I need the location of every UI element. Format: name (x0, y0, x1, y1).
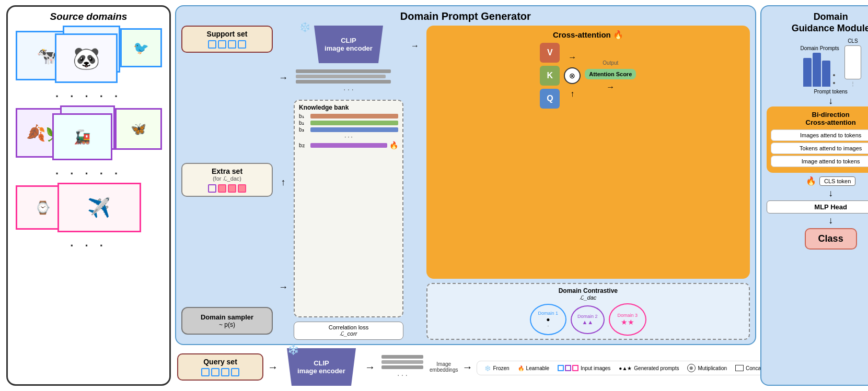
extra-set-squares (187, 184, 268, 193)
legend-input-images: Input images (558, 365, 610, 371)
dp-dot1 (833, 74, 835, 76)
attention-score-box: Attention Score (585, 69, 636, 79)
prompt-tokens-label: Prompt tokens (814, 89, 847, 94)
esq4 (238, 184, 246, 193)
correlation-loss-sublabel: ℒ_corr (297, 330, 400, 337)
multiply-circle: ⊗ (564, 67, 581, 84)
kb-label3: b₃ (299, 127, 308, 133)
center-encoders-col: ❄️ CLIP image encoder · · · K (294, 26, 403, 340)
domain2-triangle: ▲▲ (582, 319, 593, 325)
arrow-q: ↑ (570, 89, 574, 99)
dots1: · · · · · (55, 90, 122, 103)
domain2-circle: Domain 2 ▲▲ (571, 305, 605, 334)
kb-rowZ: bᴢ 🔥 (299, 141, 398, 149)
cls-col: CLS ⋮ (844, 38, 861, 87)
emb-b-line3 (381, 365, 423, 369)
dp-dot2 (833, 82, 835, 84)
esq3 (228, 184, 236, 193)
domain3-stars: ★★ (621, 318, 634, 326)
clip-encoder-top: CLIP image encoder (309, 26, 388, 63)
sq3 (228, 40, 236, 49)
emb-b-dots: · · · (381, 371, 423, 379)
multiplication-label: Mutiplication (698, 365, 727, 371)
dpg-content-row: Support set Extra set (for ℒ_dac) (181, 26, 750, 340)
support-set-box: Support set (181, 26, 273, 53)
mult-icon-legend: ⊗ (687, 364, 696, 372)
domain-prompt-generator-box: Domain Prompt Generator Support set (175, 5, 756, 345)
bi-direction-box: Bi-directionCross-attention Images atten… (767, 106, 868, 173)
extra-set-box: Extra set (for ℒ_dac) (181, 163, 273, 197)
arrow-v: → (568, 53, 576, 62)
dg-top-row: Domain Prompts CLS ⋮ (767, 38, 868, 87)
correlation-loss-title: Correlation loss (297, 324, 400, 330)
blue-sq-legend (558, 365, 564, 371)
dp-dots (831, 71, 837, 87)
domain-guidance-panel: Domain Guidance Module Domain Prompts CL… (760, 5, 868, 386)
emb-b-line1 (381, 355, 423, 359)
dg-title-line1: Domain (814, 11, 848, 22)
query-set-box: Query set (177, 353, 263, 381)
clip-encoder-bottom-container: ❄️ CLIP image encoder (282, 348, 361, 386)
ca-ops: → ⊗ ↑ (564, 53, 581, 99)
cross-attention-header: Cross-attention 🔥 (431, 30, 746, 40)
kb-label1: b₁ (299, 113, 308, 119)
dots2: · · · · · (55, 167, 122, 181)
right-modules-col: Cross-attention 🔥 V K Q (426, 26, 750, 340)
domain-contrastive-box: Domain Contrastive ℒ_dac Domain 1 ● · (426, 283, 750, 340)
emb-line2 (296, 75, 386, 78)
fire-cls: 🔥 (806, 176, 816, 186)
dp-bar2 (813, 53, 821, 87)
kb-dots: · · · (299, 134, 398, 140)
dp-bars (803, 53, 837, 87)
arrow-emb: → (411, 41, 419, 51)
domain-sampler-label: Domain sampler (187, 313, 268, 321)
dg-title: Domain Guidance Module (792, 11, 868, 34)
kb-row1: b₁ (299, 113, 398, 119)
kb-row3: b₃ (299, 127, 398, 133)
frozen-label: Frozen (493, 365, 509, 371)
cls-token-box: CLS token (819, 176, 855, 186)
vkq-column: V K Q (540, 43, 560, 109)
v-box: V (540, 43, 560, 63)
extra-set-label: Extra set (187, 167, 268, 175)
center-panel: Domain Prompt Generator Support set (175, 5, 756, 386)
frozen-icon-legend: ❄️ (484, 365, 491, 371)
arrow2: ↑ (281, 177, 286, 188)
dp-bar3 (822, 61, 830, 87)
arrow-query-clip: → (268, 361, 278, 373)
knowledge-bank-box: Knowledge bank b₁ b₂ b₃ (294, 100, 403, 317)
q-box: Q (540, 89, 560, 109)
domain-prompts-label: Domain Prompts (800, 45, 839, 51)
support-set-label: Support set (187, 30, 268, 38)
arrow-down-2: ↓ (828, 188, 833, 199)
emb-line3 (296, 80, 391, 84)
dpg-title: Domain Prompt Generator (181, 10, 750, 22)
gen-prompt-icons: ●▲★ (619, 365, 632, 371)
learnable-fire-ca: 🔥 (613, 30, 623, 40)
sq2 (218, 40, 226, 49)
dc-title: Domain Contrastive (432, 287, 745, 294)
arrow-down-3: ↓ (828, 215, 833, 226)
domain1-dot1: ● (546, 316, 550, 323)
domain-sampler-sublabel: ~ p(s) (187, 321, 268, 328)
frozen-icon-top: ❄️ (299, 21, 310, 33)
domain-sampler-box: Domain sampler ~ p(s) (181, 307, 273, 335)
domain1-circle-container: Domain 1 ● · (530, 304, 566, 335)
arrows-left-center: → ↑ → (278, 26, 288, 340)
kb-labelZ: bᴢ (299, 143, 308, 148)
domain1-img3: 🐼 (55, 33, 118, 83)
qsq3 (221, 368, 229, 376)
arrow-center-right: → (409, 26, 421, 340)
domain1-img4: 🐦 (120, 28, 162, 67)
class-box: Class (805, 228, 857, 250)
arrow-attn: → (606, 82, 615, 92)
k-box: K (540, 66, 560, 86)
domain1-label: Domain 1 (538, 311, 559, 316)
kb-row2: b₂ (299, 120, 398, 126)
generated-prompts-label: Generated prompts (634, 365, 679, 371)
esq2 (218, 184, 226, 193)
input-images-icons (558, 365, 578, 371)
mlp-head-box: MLP Head (767, 200, 868, 214)
qsq1 (201, 368, 210, 376)
domain3-images: ⌚ ✈️ (16, 183, 162, 235)
